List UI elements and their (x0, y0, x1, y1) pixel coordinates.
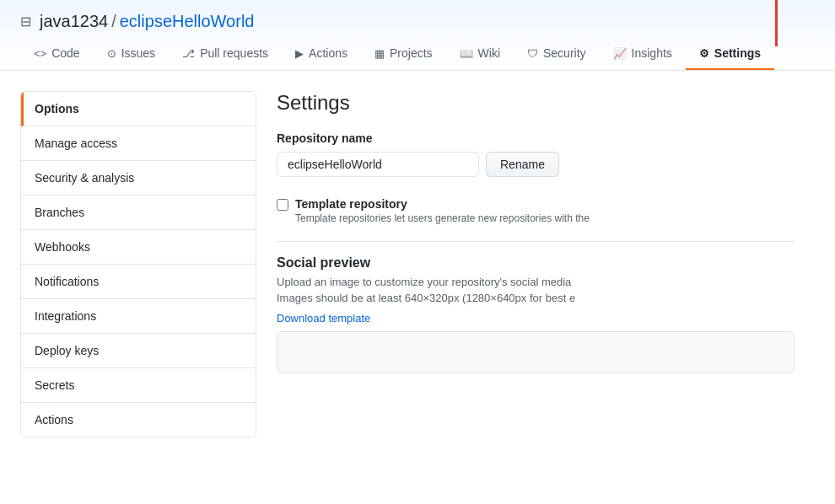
sidebar-item-notifications[interactable]: Notifications (21, 265, 256, 299)
tab-wiki-label: Wiki (478, 46, 500, 60)
repo-name-label: Repository name (277, 131, 795, 145)
template-repo-label: Template repository (295, 197, 590, 211)
download-template-link[interactable]: Download template (277, 312, 370, 324)
tab-settings-label: Settings (714, 46, 761, 60)
sidebar-item-options[interactable]: Options (21, 92, 256, 126)
tab-actions[interactable]: ▶ Actions (282, 38, 361, 70)
projects-icon: ▦ (374, 47, 385, 60)
template-repo-text: Template repository Template repositorie… (295, 197, 590, 224)
repo-name-input-row: Rename (277, 152, 795, 177)
sidebar-item-security-analysis[interactable]: Security & analysis (21, 161, 256, 196)
breadcrumb: ⊟ java1234 / eclipseHelloWorld (0, 7, 835, 38)
tab-insights[interactable]: 📈 Insights (600, 38, 686, 70)
sidebar-item-deploy-keys[interactable]: Deploy keys (21, 334, 256, 368)
nav-tabs: <> Code ⊙ Issues ⎇ Pull requests ▶ Actio… (0, 38, 835, 70)
tab-code[interactable]: <> Code (20, 38, 94, 70)
settings-icon: ⚙ (699, 47, 709, 60)
tab-pull-requests[interactable]: ⎇ Pull requests (169, 38, 282, 70)
wiki-icon: 📖 (460, 47, 473, 60)
tab-settings[interactable]: ⚙ Settings (686, 38, 774, 70)
tab-issues-label: Issues (121, 46, 155, 60)
tab-wiki[interactable]: 📖 Wiki (446, 38, 514, 70)
sidebar-item-webhooks[interactable]: Webhooks (21, 230, 256, 265)
template-repo-desc: Template repositories let users generate… (295, 212, 590, 224)
template-repo-section: Template repository Template repositorie… (277, 197, 795, 224)
tab-projects[interactable]: ▦ Projects (361, 38, 446, 70)
sidebar-item-actions[interactable]: Actions (21, 403, 256, 437)
tab-security[interactable]: 🛡 Security (514, 38, 600, 70)
tab-insights-label: Insights (632, 46, 672, 60)
pull-requests-icon: ⎇ (182, 47, 195, 60)
social-preview-section: Social preview Upload an image to custom… (277, 255, 795, 373)
rename-button[interactable]: Rename (486, 152, 559, 177)
sidebar-item-integrations[interactable]: Integrations (21, 299, 256, 334)
breadcrumb-user: java1234 (40, 12, 108, 31)
tab-pull-requests-label: Pull requests (200, 46, 268, 60)
repo-icon: ⊟ (20, 13, 31, 29)
tab-actions-label: Actions (309, 46, 347, 60)
security-icon: 🛡 (527, 47, 538, 60)
section-divider (277, 241, 795, 242)
template-repo-checkbox[interactable] (277, 199, 288, 211)
sidebar-item-branches[interactable]: Branches (21, 196, 256, 230)
sidebar-item-secrets[interactable]: Secrets (21, 368, 256, 403)
content-area: Settings Repository name Rename Template… (256, 91, 815, 437)
social-preview-title: Social preview (277, 255, 795, 271)
issues-icon: ⊙ (107, 47, 116, 60)
social-preview-desc: Upload an image to customize your reposi… (277, 276, 795, 288)
code-icon: <> (34, 47, 46, 60)
social-preview-image-placeholder (277, 331, 795, 373)
actions-icon: ▶ (295, 47, 304, 60)
repo-name-section: Repository name Rename (277, 131, 795, 177)
insights-icon: 📈 (613, 47, 627, 60)
sidebar-item-manage-access[interactable]: Manage access (21, 126, 256, 161)
breadcrumb-repo-link[interactable]: eclipseHelloWorld (120, 12, 255, 31)
page-title: Settings (277, 91, 795, 115)
main-content: Options Manage access Security & analysi… (0, 71, 835, 458)
tab-projects-label: Projects (390, 46, 433, 60)
repo-name-input[interactable] (277, 152, 479, 177)
breadcrumb-separator: / (111, 12, 116, 31)
tab-security-label: Security (543, 46, 586, 60)
sidebar: Options Manage access Security & analysi… (20, 91, 256, 437)
tab-issues[interactable]: ⊙ Issues (94, 38, 169, 70)
tab-code-label: Code (51, 46, 79, 60)
social-preview-desc2: Images should be at least 640×320px (128… (277, 292, 795, 304)
